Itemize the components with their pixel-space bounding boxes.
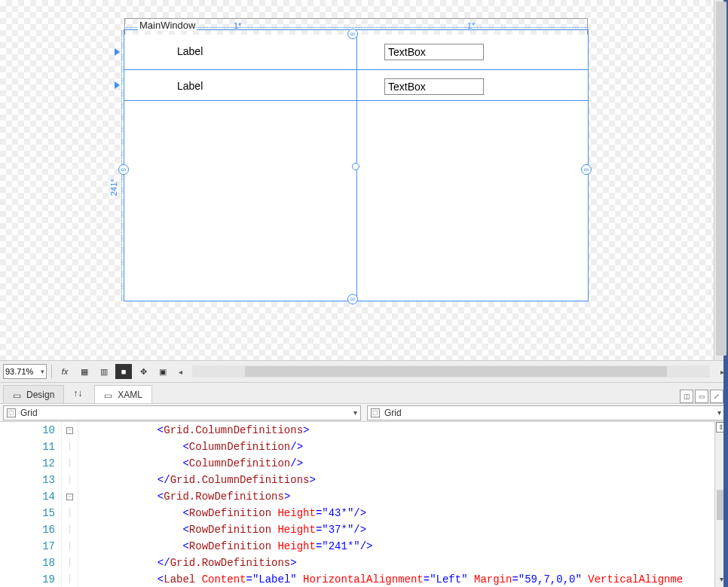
outline-cell[interactable]: │ — [62, 571, 78, 587]
split-v-icon: ◫ — [684, 393, 690, 400]
element-icon: ▢ — [371, 408, 380, 417]
code-line[interactable]: <RowDefinition Height="37*"/> — [81, 521, 728, 538]
code-line[interactable]: </Grid.RowDefinitions> — [81, 555, 728, 571]
snaplines-icon: ▥ — [100, 367, 108, 377]
zoom-combo[interactable]: 93.71% — [3, 364, 47, 379]
outline-cell[interactable]: │ — [62, 521, 78, 538]
line-number: 13 — [0, 472, 55, 488]
code-line[interactable]: <ColumnDefinition/> — [81, 455, 728, 472]
xaml-editor[interactable]: 10111213141516171819 -│││-│││││ <Grid.Co… — [0, 422, 728, 587]
design-tab-icon: ▭ — [13, 390, 22, 399]
line-number-gutter: 10111213141516171819 — [0, 422, 62, 587]
zoom-value: 93.71% — [5, 367, 33, 376]
row2-size-label[interactable]: 241* — [109, 179, 118, 196]
label-1[interactable]: Label — [177, 80, 203, 92]
page-icon: ▣ — [159, 367, 167, 377]
outline-toggle-icon[interactable]: - — [66, 494, 73, 500]
designer-toolbar: 93.71% fx ▦ ▥ ■ ✥ ▣ ◂ ▸ — [0, 360, 728, 383]
split-horizontal-button[interactable]: ▭ — [695, 390, 708, 403]
tab-design[interactable]: ▭ Design — [3, 385, 64, 403]
collapse-icon: ⤢ — [714, 393, 720, 400]
textbox-0-text: TextBox — [388, 46, 426, 58]
code-line[interactable]: <RowDefinition Height="241*"/> — [81, 538, 728, 555]
line-number: 17 — [0, 538, 55, 555]
xaml-tab-icon: ▭ — [104, 390, 113, 399]
outline-gutter[interactable]: -│││-│││││ — [62, 422, 78, 587]
path-left-text: Grid — [20, 408, 38, 418]
path-right-text: Grid — [384, 408, 402, 418]
code-line[interactable]: <Grid.RowDefinitions> — [81, 488, 728, 505]
line-number: 10 — [0, 422, 55, 439]
code-line[interactable]: <ColumnDefinition/> — [81, 439, 728, 455]
effects-fx-button[interactable]: fx — [57, 364, 73, 379]
designer-vscroll-thumb[interactable] — [716, 2, 726, 356]
line-number: 18 — [0, 555, 55, 571]
move-icon: ✥ — [140, 367, 147, 377]
line-number: 14 — [0, 488, 55, 505]
outline-cell[interactable]: │ — [62, 439, 78, 455]
window-title: MainWindow — [138, 20, 197, 31]
textbox-1[interactable]: TextBox — [384, 78, 484, 95]
outline-cell[interactable]: - — [62, 488, 78, 505]
code-line[interactable]: <Label Content="Label" HorizontalAlignme… — [81, 571, 728, 587]
swap-icon: ↑↓ — [73, 388, 82, 399]
last-tool-button[interactable]: ▣ — [154, 364, 171, 379]
swap-panes-button[interactable]: ↑↓ — [69, 385, 87, 402]
link-adorner-left-icon[interactable]: ∞ — [118, 164, 129, 175]
row0-gripper-icon[interactable] — [115, 48, 120, 56]
outline-cell[interactable]: - — [62, 422, 78, 439]
line-number: 12 — [0, 455, 55, 472]
tab-xaml[interactable]: ▭ XAML — [94, 385, 152, 403]
grid-icon: ▦ — [81, 367, 88, 377]
textbox-1-text: TextBox — [388, 81, 426, 93]
path-combo-left[interactable]: ▢ Grid — [3, 405, 361, 420]
link-adorner-bottom-icon[interactable]: ∞ — [347, 294, 358, 304]
hscroll-left[interactable]: ◂ — [174, 365, 186, 378]
path-combo-right[interactable]: ▢ Grid — [367, 405, 725, 420]
textbox-0[interactable]: TextBox — [384, 44, 484, 60]
line-number: 15 — [0, 505, 55, 521]
col1-size-label[interactable]: 1* — [467, 21, 475, 30]
toolbar-separator — [51, 365, 52, 378]
outline-cell[interactable]: │ — [62, 455, 78, 472]
square-icon: ■ — [121, 367, 127, 376]
snaplines-button[interactable]: ▥ — [96, 364, 112, 379]
design-grid[interactable]: Label Label TextBox TextBox ∞ ∞ ∞ ∞ — [124, 35, 588, 301]
center-adorner-icon[interactable] — [352, 163, 359, 170]
toggle-dark-button[interactable]: ■ — [115, 364, 132, 379]
collapse-pane-button[interactable]: ⤢ — [710, 390, 723, 403]
link-adorner-right-icon[interactable]: ∞ — [581, 164, 592, 175]
code-line[interactable]: <Grid.ColumnDefinitions> — [81, 422, 728, 439]
designer-hscroll[interactable] — [192, 365, 710, 378]
code-line[interactable]: <RowDefinition Height="43*"/> — [81, 505, 728, 521]
outline-cell[interactable]: │ — [62, 472, 78, 488]
designer-hscroll-thumb[interactable] — [245, 366, 667, 377]
split-h-icon: ▭ — [699, 393, 705, 400]
pan-button[interactable]: ✥ — [135, 364, 151, 379]
tab-design-label: Design — [26, 390, 54, 400]
fx-icon: fx — [62, 367, 69, 376]
outline-cell[interactable]: │ — [62, 555, 78, 571]
outline-cell[interactable]: │ — [62, 505, 78, 521]
line-number: 19 — [0, 571, 55, 587]
col0-size-label[interactable]: 1* — [234, 21, 241, 30]
grid-snap-button[interactable]: ▦ — [76, 364, 93, 379]
outline-toggle-icon[interactable]: - — [66, 427, 73, 434]
label-0[interactable]: Label — [177, 45, 203, 57]
code-line[interactable]: </Grid.ColumnDefinitions> — [81, 472, 728, 488]
line-number: 16 — [0, 521, 55, 538]
pane-tabstrip: ▭ Design ↑↓ ▭ XAML ◫ ▭ ⤢ — [0, 383, 728, 404]
outline-cell[interactable]: │ — [62, 538, 78, 555]
element-path-bar: ▢ Grid ▢ Grid — [0, 404, 728, 422]
row1-gripper-icon[interactable] — [115, 81, 120, 89]
code-content[interactable]: <Grid.ColumnDefinitions> <ColumnDefiniti… — [78, 422, 728, 587]
split-vertical-button[interactable]: ◫ — [680, 390, 693, 403]
element-icon: ▢ — [7, 408, 16, 417]
tab-xaml-label: XAML — [118, 390, 142, 400]
link-adorner-top-icon[interactable]: ∞ — [347, 29, 358, 39]
line-number: 11 — [0, 439, 55, 455]
designer-canvas[interactable]: MainWindow 1* 1* 241* Label Label TextBo… — [0, 0, 728, 375]
